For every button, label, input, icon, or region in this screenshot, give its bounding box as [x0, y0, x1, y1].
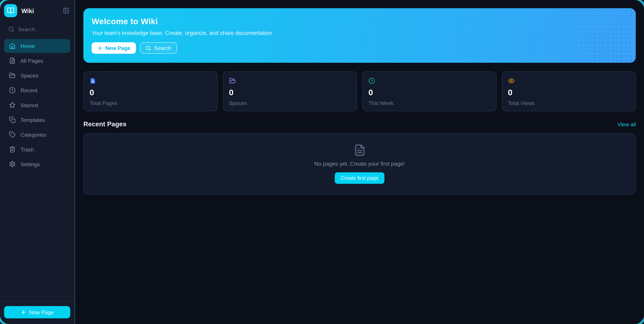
stat-card: 0 Total Pages — [84, 71, 218, 111]
stat-label: Total Views — [508, 100, 630, 106]
app-logo — [4, 4, 17, 17]
folder-open-icon — [229, 77, 351, 84]
stats-row: 0 Total Pages 0 Spaces 0 This Week 0 Tot… — [84, 71, 636, 111]
file-text-icon — [314, 144, 405, 156]
sidebar-item-spaces[interactable]: Spaces — [4, 69, 70, 82]
view-all-link[interactable]: View all — [618, 121, 636, 127]
home-icon — [9, 43, 16, 49]
file-text-filled-icon — [90, 77, 211, 84]
sidebar-item-trash[interactable]: Trash — [4, 142, 70, 156]
sidebar-new-page-button[interactable]: New Page — [4, 306, 70, 318]
sidebar-header: Wiki — [4, 4, 70, 18]
empty-state-message: No pages yet. Create your first page! — [314, 161, 405, 167]
sidebar-item-all-pages[interactable]: All Pages — [4, 54, 70, 68]
stat-value: 0 — [90, 88, 211, 97]
hero-title: Welcome to Wiki — [92, 17, 628, 26]
sidebar-item-home[interactable]: Home — [4, 39, 70, 53]
search-icon — [8, 26, 14, 32]
empty-state: No pages yet. Create your first page! Cr… — [314, 144, 405, 184]
hero-new-page-label: New Page — [105, 45, 130, 51]
clock-icon — [9, 87, 16, 94]
file-text-icon — [9, 57, 16, 64]
search-icon — [146, 45, 152, 51]
sidebar-item-label: Settings — [20, 161, 40, 167]
main-content: Welcome to Wiki Your team's knowledge ba… — [75, 0, 644, 324]
recent-pages-heading: Recent Pages — [84, 121, 126, 128]
sidebar-footer: New Page — [0, 302, 74, 320]
sidebar-nav: Home All Pages Spaces Recent Starred Tem… — [4, 39, 70, 171]
eye-icon — [508, 77, 630, 84]
hero-actions: New Page Search — [92, 42, 628, 54]
recent-pages-header: Recent Pages View all — [84, 121, 636, 128]
sidebar-item-recent[interactable]: Recent — [4, 83, 70, 97]
search-input[interactable] — [18, 26, 66, 32]
clock-icon — [368, 77, 490, 84]
gear-icon — [9, 161, 16, 167]
collapse-sidebar-button[interactable] — [62, 6, 70, 15]
hero-new-page-button[interactable]: New Page — [92, 42, 136, 54]
sidebar-item-label: Templates — [20, 117, 45, 123]
stat-value: 0 — [508, 88, 630, 97]
tag-icon — [9, 131, 16, 138]
stat-label: This Week — [368, 100, 490, 106]
recent-pages-card: No pages yet. Create your first page! Cr… — [84, 133, 636, 195]
sidebar-item-label: Spaces — [20, 72, 38, 79]
star-icon — [9, 102, 16, 108]
panel-left-close-icon — [63, 7, 69, 14]
sidebar: Wiki Home All Pages Spaces Recent — [0, 0, 75, 324]
create-first-page-button[interactable]: Create first page — [335, 172, 384, 184]
sidebar-item-label: All Pages — [20, 58, 43, 64]
trash-icon — [9, 146, 16, 153]
sidebar-item-label: Trash — [20, 146, 34, 152]
sidebar-item-categories[interactable]: Categories — [4, 128, 70, 142]
folder-open-icon — [9, 72, 16, 79]
hero-search-button[interactable]: Search — [140, 42, 177, 54]
hero-subtitle: Your team's knowledge base. Create, orga… — [92, 30, 628, 36]
sidebar-item-label: Recent — [20, 87, 38, 93]
wiki-app: Wiki Home All Pages Spaces Recent — [0, 0, 644, 324]
sidebar-item-label: Categories — [20, 131, 46, 138]
sidebar-new-page-label: New Page — [29, 309, 54, 315]
sidebar-item-settings[interactable]: Settings — [4, 157, 70, 171]
hero-search-label: Search — [154, 45, 171, 51]
book-open-icon — [7, 7, 14, 14]
stat-card: 0 Total Views — [502, 71, 636, 111]
stat-card: 0 This Week — [362, 71, 496, 111]
plus-icon — [20, 310, 26, 315]
sidebar-item-templates[interactable]: Templates — [4, 113, 70, 127]
stat-value: 0 — [368, 88, 490, 97]
app-title: Wiki — [21, 7, 58, 14]
stat-label: Spaces — [229, 100, 351, 106]
sidebar-item-label: Home — [20, 43, 35, 49]
stat-card: 0 Spaces — [223, 71, 357, 111]
sidebar-item-starred[interactable]: Starred — [4, 98, 70, 112]
stat-value: 0 — [229, 88, 351, 97]
sidebar-search — [4, 23, 70, 36]
sidebar-spacer — [4, 171, 70, 302]
hero-banner: Welcome to Wiki Your team's knowledge ba… — [84, 8, 636, 63]
sidebar-item-label: Starred — [20, 102, 38, 108]
copy-icon — [9, 117, 16, 123]
plus-icon — [97, 45, 103, 51]
stat-label: Total Pages — [90, 100, 211, 106]
